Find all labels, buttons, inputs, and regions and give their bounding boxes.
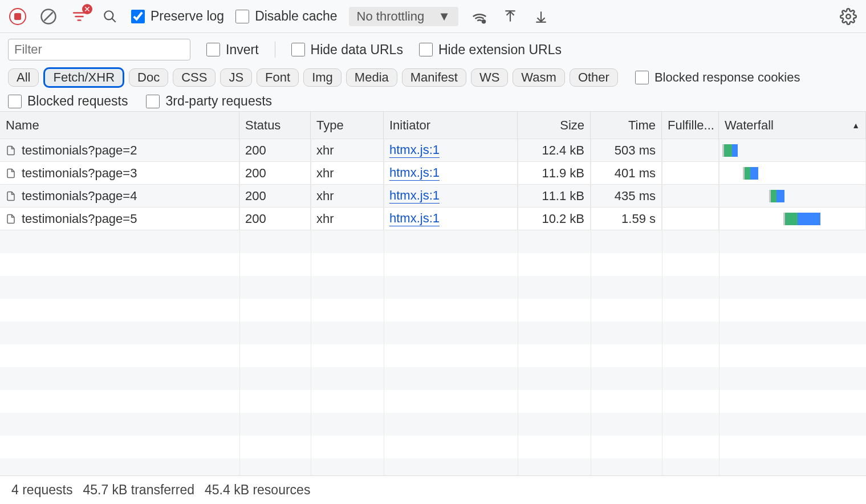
preserve-log-checkbox[interactable]: Preserve log (131, 9, 224, 24)
filter-bar: Invert Hide data URLs Hide extension URL… (0, 33, 866, 112)
waterfall-cell (719, 162, 866, 185)
request-status: 200 (239, 208, 311, 230)
svg-point-5 (104, 11, 113, 19)
filter-active-badge: ✕ (82, 4, 92, 14)
svg-line-6 (112, 18, 116, 22)
file-icon (6, 190, 16, 202)
status-requests: 4 requests (11, 482, 72, 498)
blocked-cookies-checkbox[interactable]: Blocked response cookies (635, 70, 800, 85)
download-har-icon[interactable] (531, 7, 551, 26)
request-type: xhr (311, 185, 384, 208)
request-name: testimonials?page=4 (22, 189, 137, 204)
hide-data-urls-checkbox[interactable]: Hide data URLs (291, 42, 403, 58)
request-fulfilled (662, 162, 719, 185)
initiator-link[interactable]: htmx.js:1 (389, 188, 440, 204)
search-button[interactable] (100, 7, 120, 26)
request-time: 503 ms (591, 139, 662, 162)
request-time: 401 ms (591, 162, 662, 185)
request-name: testimonials?page=3 (22, 166, 137, 181)
col-name[interactable]: Name (0, 112, 239, 139)
request-row[interactable]: testimonials?page=2 200 xhr htmx.js:1 12… (0, 139, 866, 162)
request-size: 11.1 kB (518, 185, 591, 208)
file-icon (6, 167, 16, 180)
request-type: xhr (311, 208, 384, 230)
request-size: 10.2 kB (518, 208, 591, 230)
record-button[interactable] (8, 7, 27, 26)
col-status[interactable]: Status (239, 112, 311, 139)
col-time: Time (591, 112, 662, 139)
blocked-requests-checkbox[interactable]: Blocked requests (8, 94, 128, 109)
col-initiator[interactable]: Initiator (384, 112, 518, 139)
waterfall-cell (719, 208, 866, 230)
col-fulfilled[interactable]: Fulfille... (662, 112, 719, 139)
status-resources: 45.4 kB resources (205, 482, 310, 498)
file-icon (6, 144, 16, 157)
network-toolbar: ✕ Preserve log Disable cache No throttli… (0, 0, 866, 33)
request-fulfilled (662, 185, 719, 208)
type-chip-manifest[interactable]: Manifest (402, 68, 466, 87)
request-fulfilled (662, 139, 719, 162)
svg-point-7 (482, 19, 486, 24)
filter-input[interactable] (8, 39, 190, 60)
request-status: 200 (239, 139, 311, 162)
type-chip-css[interactable]: CSS (173, 68, 216, 87)
initiator-link[interactable]: htmx.js:1 (389, 211, 440, 226)
requests-table: Name Status Type Initiator Size Time Ful… (0, 112, 866, 475)
status-bar: 4 requests 45.7 kB transferred 45.4 kB r… (0, 475, 866, 504)
table-body: testimonials?page=2 200 xhr htmx.js:1 12… (0, 139, 866, 475)
col-waterfall[interactable]: Waterfall ▲ (719, 112, 866, 139)
request-size: 12.4 kB (518, 139, 591, 162)
request-time: 1.59 s (591, 208, 662, 230)
request-type: xhr (311, 162, 384, 185)
type-chip-all[interactable]: All (8, 68, 39, 87)
table-header: Name Status Type Initiator Size Time Ful… (0, 112, 866, 139)
type-chip-wasm[interactable]: Wasm (513, 68, 565, 87)
request-status: 200 (239, 185, 311, 208)
type-chip-other[interactable]: Other (570, 68, 618, 87)
request-status: 200 (239, 162, 311, 185)
type-chip-font[interactable]: Font (257, 68, 299, 87)
filter-toggle-button[interactable]: ✕ (70, 7, 89, 26)
file-icon (6, 213, 16, 225)
hide-extension-urls-checkbox[interactable]: Hide extension URLs (419, 42, 562, 58)
request-fulfilled (662, 208, 719, 230)
initiator-link[interactable]: htmx.js:1 (389, 143, 440, 158)
divider (275, 42, 275, 58)
col-size: Size (518, 112, 591, 139)
request-name: testimonials?page=2 (22, 143, 137, 158)
third-party-checkbox[interactable]: 3rd-party requests (146, 94, 272, 109)
request-row[interactable]: testimonials?page=5 200 xhr htmx.js:1 10… (0, 208, 866, 230)
waterfall-cell (719, 185, 866, 208)
request-type-filters: AllFetch/XHRDocCSSJSFontImgMediaManifest… (8, 67, 858, 88)
type-chip-fetch-xhr[interactable]: Fetch/XHR (43, 67, 124, 88)
type-chip-ws[interactable]: WS (471, 68, 508, 87)
network-conditions-icon[interactable] (470, 7, 489, 26)
settings-icon[interactable] (839, 7, 858, 26)
type-chip-media[interactable]: Media (346, 68, 397, 87)
svg-point-12 (846, 14, 851, 19)
request-row[interactable]: testimonials?page=3 200 xhr htmx.js:1 11… (0, 162, 866, 185)
request-type: xhr (311, 139, 384, 162)
col-type[interactable]: Type (311, 112, 384, 139)
request-name: testimonials?page=5 (22, 212, 137, 226)
type-chip-doc[interactable]: Doc (129, 68, 168, 87)
request-time: 435 ms (591, 185, 662, 208)
request-size: 11.9 kB (518, 162, 591, 185)
invert-checkbox[interactable]: Invert (206, 42, 259, 58)
type-chip-img[interactable]: Img (303, 68, 341, 87)
throttling-select[interactable]: No throttling ▼ (349, 7, 458, 26)
sort-asc-icon: ▲ (852, 121, 860, 130)
svg-line-1 (44, 12, 53, 21)
upload-har-icon[interactable] (501, 7, 520, 26)
status-transferred: 45.7 kB transferred (83, 482, 194, 498)
clear-button[interactable] (39, 7, 58, 26)
chevron-down-icon: ▼ (438, 9, 450, 24)
disable-cache-checkbox[interactable]: Disable cache (235, 9, 337, 24)
initiator-link[interactable]: htmx.js:1 (389, 165, 440, 181)
waterfall-cell (719, 139, 866, 162)
type-chip-js[interactable]: JS (220, 68, 252, 87)
request-row[interactable]: testimonials?page=4 200 xhr htmx.js:1 11… (0, 185, 866, 208)
